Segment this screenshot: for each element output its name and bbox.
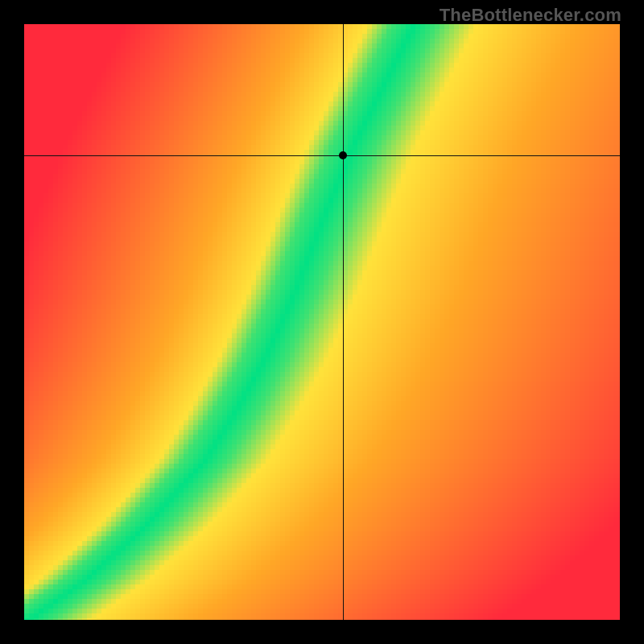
plot-area <box>24 24 620 620</box>
crosshair-vertical <box>343 24 344 620</box>
crosshair-horizontal <box>24 155 620 156</box>
current-config-marker <box>339 151 347 159</box>
watermark-text: TheBottlenecker.com <box>440 5 621 26</box>
bottleneck-heatmap <box>24 24 620 620</box>
chart-stage: TheBottlenecker.com <box>0 0 644 644</box>
